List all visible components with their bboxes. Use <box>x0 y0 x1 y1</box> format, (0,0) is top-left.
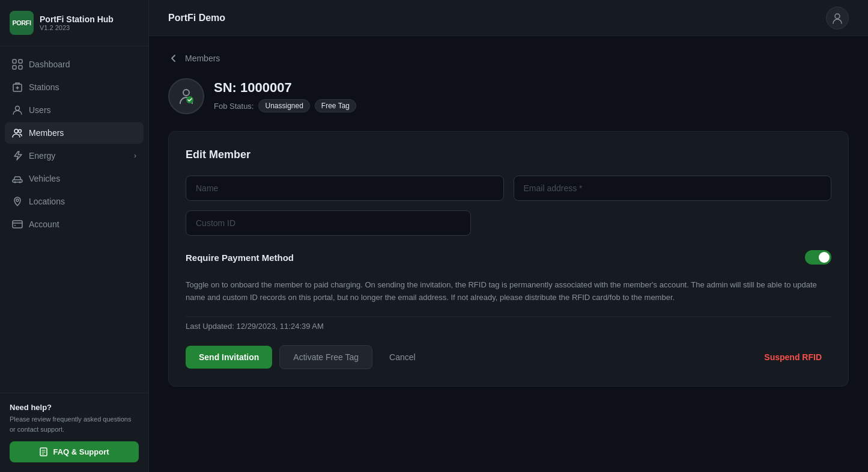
custom-id-field <box>186 210 504 236</box>
sidebar-item-energy[interactable]: Energy › <box>5 145 144 167</box>
sidebar-label-energy: Energy <box>29 151 55 161</box>
main-content: PortFi Demo Members <box>149 0 868 472</box>
back-arrow-icon <box>168 53 179 64</box>
payment-toggle-row: Require Payment Method <box>186 245 831 269</box>
toggle-label: Require Payment Method <box>186 253 294 263</box>
breadcrumb-label: Members <box>185 54 220 63</box>
sidebar-item-members[interactable]: Members <box>5 122 144 144</box>
member-avatar <box>168 78 204 114</box>
faq-support-button[interactable]: FAQ & Support <box>10 441 139 462</box>
sidebar-header: PORFI PortFi Station Hub V1.2 2023 <box>0 0 148 46</box>
page-content: Members SN: 1000007 Fob Status: Un <box>149 36 868 472</box>
custom-id-input[interactable] <box>186 210 471 236</box>
member-info: SN: 1000007 Fob Status: Unassigned Free … <box>214 80 356 112</box>
svg-point-6 <box>14 129 18 133</box>
document-icon <box>39 447 48 456</box>
sidebar-label-users: Users <box>29 105 51 115</box>
app-version: V1.2 2023 <box>40 24 114 31</box>
activate-free-tag-button[interactable]: Activate Free Tag <box>279 345 372 369</box>
sidebar-item-account[interactable]: Account <box>5 213 144 235</box>
sidebar-nav: Dashboard Stations Users <box>0 46 148 393</box>
sidebar-label-stations: Stations <box>29 82 59 92</box>
svg-point-16 <box>183 90 189 96</box>
svg-point-7 <box>19 130 22 133</box>
payment-toggle[interactable] <box>805 250 831 265</box>
members-icon <box>12 127 23 138</box>
breadcrumb[interactable]: Members <box>168 53 849 64</box>
user-avatar[interactable] <box>826 7 849 29</box>
svg-point-11 <box>16 199 19 201</box>
locations-icon <box>12 196 23 207</box>
stations-icon <box>12 82 23 93</box>
sidebar-label-locations: Locations <box>29 197 65 206</box>
member-status: Fob Status: Unassigned Free Tag <box>214 99 356 112</box>
svg-point-9 <box>14 182 16 183</box>
faq-label: FAQ & Support <box>53 447 109 456</box>
users-icon <box>12 105 23 115</box>
name-input[interactable] <box>186 176 504 201</box>
action-row: Send Invitation Activate Free Tag Cancel… <box>186 345 831 369</box>
app-title: PortFi Station Hub <box>40 14 114 24</box>
sidebar-label-members: Members <box>29 128 64 138</box>
account-icon <box>12 219 23 230</box>
chevron-right-icon: › <box>134 152 136 160</box>
svg-rect-8 <box>13 180 22 182</box>
sidebar-item-vehicles[interactable]: Vehicles <box>5 168 144 189</box>
form-title: Edit Member <box>186 149 831 161</box>
name-field <box>186 176 504 201</box>
sidebar-item-locations[interactable]: Locations <box>5 191 144 212</box>
need-help-desc: Please review frequently asked questions… <box>10 414 139 434</box>
send-invitation-button[interactable]: Send Invitation <box>186 346 272 369</box>
badge-freetag: Free Tag <box>315 99 356 112</box>
sidebar-item-stations[interactable]: Stations <box>5 76 144 98</box>
need-help-title: Need help? <box>10 403 139 412</box>
dashboard-icon <box>12 59 23 70</box>
svg-rect-1 <box>19 60 22 63</box>
sidebar-label-account: Account <box>29 219 59 229</box>
energy-icon <box>12 150 23 161</box>
svg-point-13 <box>14 225 16 226</box>
sidebar-label-dashboard: Dashboard <box>29 60 70 69</box>
svg-rect-3 <box>19 66 22 69</box>
topbar-title: PortFi Demo <box>168 13 225 23</box>
sidebar-item-dashboard[interactable]: Dashboard <box>5 54 144 75</box>
sidebar-footer: Need help? Please review frequently aske… <box>0 393 148 472</box>
topbar: PortFi Demo <box>149 0 868 36</box>
app-title-block: PortFi Station Hub V1.2 2023 <box>40 14 114 31</box>
svg-point-10 <box>19 182 21 183</box>
edit-member-form: Edit Member Require Payment Method <box>168 131 849 387</box>
suspend-rfid-button[interactable]: Suspend RFID <box>754 346 831 369</box>
svg-point-5 <box>16 106 20 111</box>
svg-rect-0 <box>13 60 16 63</box>
member-header: SN: 1000007 Fob Status: Unassigned Free … <box>168 78 849 114</box>
custom-id-row <box>186 210 831 236</box>
svg-rect-2 <box>13 66 16 69</box>
sidebar-label-vehicles: Vehicles <box>29 174 60 183</box>
last-updated: Last Updated: 12/29/2023, 11:24:39 AM <box>186 316 831 331</box>
name-email-row <box>186 176 831 201</box>
email-field <box>514 176 832 201</box>
vehicles-icon <box>12 173 23 184</box>
email-input[interactable] <box>514 176 832 201</box>
sidebar-item-users[interactable]: Users <box>5 99 144 121</box>
badge-unassigned: Unassigned <box>258 99 309 112</box>
cancel-button[interactable]: Cancel <box>380 346 425 369</box>
member-sn: SN: 1000007 <box>214 80 356 96</box>
sidebar: PORFI PortFi Station Hub V1.2 2023 Dashb… <box>0 0 149 472</box>
svg-point-15 <box>835 14 840 19</box>
svg-rect-12 <box>13 221 22 228</box>
toggle-description: Toggle on to onboard the member to paid … <box>186 279 831 304</box>
app-logo: PORFI <box>10 11 34 35</box>
